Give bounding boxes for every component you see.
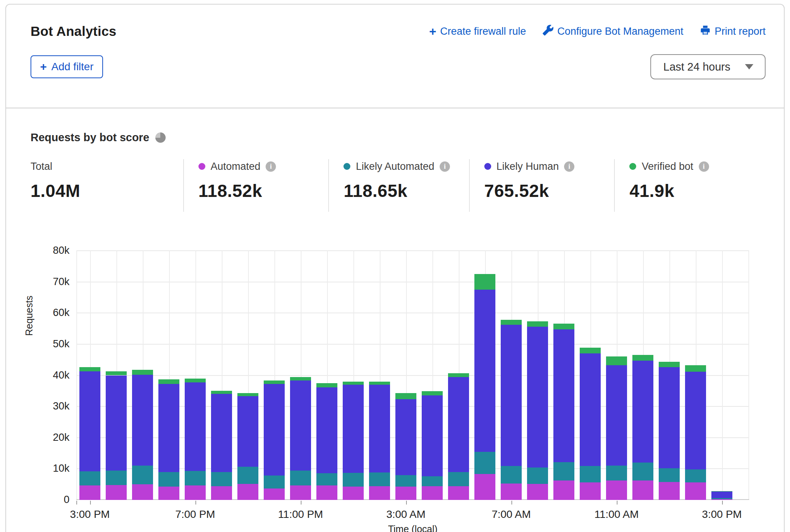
bar-segment[interactable]	[237, 467, 258, 484]
bar-segment[interactable]	[527, 484, 548, 500]
bar-segment[interactable]	[132, 466, 153, 484]
bar-segment[interactable]	[211, 486, 232, 500]
bar-segment[interactable]	[211, 394, 232, 472]
bar-segment[interactable]	[395, 393, 416, 399]
bar-segment[interactable]	[448, 486, 469, 500]
bar-segment[interactable]	[501, 466, 522, 484]
bar-segment[interactable]	[79, 371, 100, 471]
bar-segment[interactable]	[185, 485, 206, 500]
bar-segment[interactable]	[290, 380, 311, 471]
bar-segment[interactable]	[501, 320, 522, 325]
bar-segment[interactable]	[132, 370, 153, 375]
bar-segment[interactable]	[264, 476, 285, 488]
bar-segment[interactable]	[106, 485, 127, 500]
bar-segment[interactable]	[369, 486, 390, 500]
bar-segment[interactable]	[606, 466, 627, 480]
info-icon[interactable]: i	[564, 161, 574, 172]
bar-segment[interactable]	[501, 484, 522, 500]
bar-segment[interactable]	[711, 499, 732, 500]
info-icon[interactable]: i	[440, 161, 450, 172]
bar-segment[interactable]	[501, 325, 522, 466]
bar-segment[interactable]	[606, 356, 627, 365]
info-icon[interactable]: i	[699, 161, 709, 172]
bar-segment[interactable]	[316, 485, 337, 500]
bar-segment[interactable]	[132, 375, 153, 466]
bar-segment[interactable]	[185, 382, 206, 471]
bar-segment[interactable]	[553, 480, 574, 500]
bar-segment[interactable]	[264, 384, 285, 476]
bar-segment[interactable]	[106, 376, 127, 471]
bar-segment[interactable]	[580, 348, 601, 354]
bar-segment[interactable]	[553, 462, 574, 480]
bar-segment[interactable]	[343, 473, 364, 487]
bar-segment[interactable]	[685, 372, 706, 469]
bar-segment[interactable]	[343, 382, 364, 385]
bar-segment[interactable]	[632, 355, 653, 361]
bar-segment[interactable]	[158, 472, 179, 487]
add-filter-button[interactable]: + Add filter	[31, 55, 103, 78]
bar-segment[interactable]	[369, 382, 390, 385]
bar-segment[interactable]	[343, 487, 364, 500]
bar-segment[interactable]	[369, 472, 390, 486]
bar-segment[interactable]	[158, 384, 179, 472]
bar-segment[interactable]	[580, 466, 601, 482]
bar-segment[interactable]	[474, 290, 495, 452]
bar-segment[interactable]	[527, 327, 548, 468]
bar-segment[interactable]	[711, 492, 732, 498]
bar-segment[interactable]	[79, 471, 100, 485]
bar-segment[interactable]	[237, 484, 258, 500]
time-range-dropdown[interactable]: Last 24 hours	[650, 54, 766, 79]
bar-segment[interactable]	[527, 321, 548, 327]
info-icon[interactable]: i	[266, 161, 276, 172]
bar-segment[interactable]	[659, 468, 680, 482]
bar-segment[interactable]	[659, 367, 680, 468]
bar-segment[interactable]	[580, 482, 601, 500]
configure-bot-management-link[interactable]: Configure Bot Management	[543, 25, 683, 38]
bar-segment[interactable]	[158, 487, 179, 500]
bar-segment[interactable]	[422, 476, 443, 486]
bar-segment[interactable]	[79, 367, 100, 371]
bar-segment[interactable]	[474, 452, 495, 474]
bar-segment[interactable]	[632, 463, 653, 480]
bar-segment[interactable]	[553, 329, 574, 463]
bar-segment[interactable]	[474, 474, 495, 500]
bar-segment[interactable]	[553, 324, 574, 329]
create-firewall-rule-link[interactable]: + Create firewall rule	[429, 25, 526, 37]
bar-segment[interactable]	[237, 393, 258, 396]
bar-segment[interactable]	[316, 383, 337, 387]
bar-segment[interactable]	[290, 377, 311, 381]
bar-segment[interactable]	[79, 485, 100, 500]
bar-segment[interactable]	[685, 482, 706, 500]
bar-segment[interactable]	[395, 399, 416, 475]
bar-segment[interactable]	[685, 365, 706, 371]
bar-segment[interactable]	[474, 274, 495, 290]
bar-segment[interactable]	[422, 395, 443, 476]
bar-segment[interactable]	[290, 485, 311, 500]
bar-segment[interactable]	[395, 487, 416, 500]
bar-segment[interactable]	[132, 484, 153, 500]
bar-segment[interactable]	[606, 365, 627, 466]
bar-segment[interactable]	[448, 373, 469, 377]
bar-segment[interactable]	[659, 482, 680, 500]
bar-segment[interactable]	[659, 362, 680, 367]
bar-segment[interactable]	[422, 486, 443, 500]
bar-segment[interactable]	[711, 498, 732, 499]
bar-segment[interactable]	[685, 469, 706, 482]
bar-segment[interactable]	[211, 472, 232, 487]
bar-segment[interactable]	[422, 391, 443, 395]
bar-segment[interactable]	[264, 380, 285, 384]
print-report-link[interactable]: Print report	[700, 25, 766, 38]
bar-segment[interactable]	[158, 379, 179, 384]
bar-segment[interactable]	[316, 473, 337, 485]
bar-segment[interactable]	[185, 379, 206, 383]
bar-segment[interactable]	[290, 471, 311, 485]
bar-segment[interactable]	[237, 396, 258, 467]
bar-segment[interactable]	[632, 480, 653, 500]
bar-segment[interactable]	[211, 391, 232, 394]
bar-segment[interactable]	[106, 471, 127, 485]
bar-segment[interactable]	[580, 353, 601, 466]
bar-segment[interactable]	[264, 488, 285, 500]
bar-segment[interactable]	[395, 475, 416, 487]
bar-segment[interactable]	[343, 385, 364, 473]
bar-segment[interactable]	[369, 385, 390, 472]
